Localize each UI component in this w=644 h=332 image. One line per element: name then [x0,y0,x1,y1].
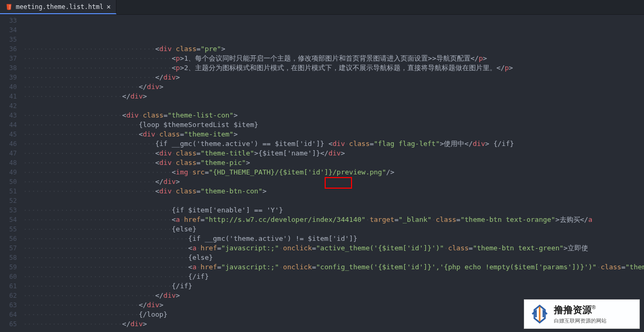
line-number: 40 [0,82,17,92]
line-number: 58 [0,253,17,262]
line-number: 63 [0,300,17,310]
code-line[interactable]: ································<div·cla… [23,149,644,158]
line-number: 49 [0,168,17,177]
line-number: 60 [0,272,17,281]
watermark-subtitle: 白嫖互联网资源的网站 [554,317,635,325]
line-number: 37 [0,54,17,63]
line-number: 59 [0,262,17,272]
code-line[interactable]: ····························<div·class="… [23,130,644,139]
line-number: 53 [0,206,17,215]
code-line[interactable]: ····································<p>1… [23,54,644,63]
line-number: 62 [0,291,17,300]
line-number: 57 [0,243,17,253]
code-line[interactable]: ····································{if … [23,206,644,215]
watermark-text: 撸撸资源® 白嫖互联网资源的网站 [554,304,635,325]
code-area[interactable]: ································<div·cla… [23,15,644,332]
tab-active[interactable]: meeting.theme.list.html ✕ [0,0,116,14]
code-line[interactable]: ································{if __gm… [23,139,644,149]
line-number: 44 [0,120,17,130]
close-icon[interactable]: ✕ [106,3,111,11]
line-number: 34 [0,25,17,35]
code-line[interactable]: ································</div> [23,73,644,82]
code-line[interactable] [23,196,644,206]
line-number: 52 [0,196,17,206]
line-number: 38 [0,63,17,73]
tab-bar: meeting.theme.list.html ✕ [0,0,644,15]
line-number: 64 [0,310,17,319]
highlight-annotation [325,177,352,189]
code-line[interactable]: ········································… [23,262,644,272]
line-number: 43 [0,111,17,120]
tab-filename: meeting.theme.list.html [16,3,103,11]
line-number: 41 [0,92,17,101]
line-number: 39 [0,73,17,82]
watermark-title: 撸撸资源 [554,305,592,315]
code-line[interactable]: ········································… [23,253,644,262]
code-line[interactable] [23,101,644,111]
code-line[interactable]: ········································… [23,234,644,243]
code-line[interactable]: ····································<p>2… [23,63,644,73]
code-line[interactable]: ····································{/if… [23,281,644,291]
line-number: 48 [0,158,17,168]
line-number: 61 [0,281,17,291]
code-line[interactable]: ························<div·class="them… [23,111,644,120]
watermark-registered: ® [592,305,596,310]
html5-icon [5,3,13,11]
line-number: 51 [0,187,17,196]
line-number: 35 [0,35,17,44]
line-number: 36 [0,44,17,54]
code-line[interactable]: ····································<a·h… [23,215,644,224]
code-line[interactable]: ································<div·cla… [23,158,644,168]
line-number: 47 [0,149,17,158]
line-number: 46 [0,139,17,149]
line-number: 65 [0,319,17,329]
watermark-badge: 撸撸资源® 白嫖互联网资源的网站 [524,299,640,329]
code-line[interactable]: ································<div·cla… [23,44,644,54]
code-line[interactable]: ····························{loop $theme… [23,120,644,130]
code-line[interactable]: ····································{els… [23,224,644,234]
code-line[interactable]: ························</div> [23,92,644,101]
watermark-logo-icon [529,303,551,325]
code-line[interactable]: ····························</div> [23,82,644,92]
line-number: 55 [0,224,17,234]
code-line[interactable]: ········································… [23,272,644,281]
line-number: 56 [0,234,17,243]
code-line[interactable]: ····································<img… [23,168,644,177]
code-line[interactable] [23,329,644,332]
line-number: 33 [0,16,17,25]
editor: 3334353637383940414243444546474849505152… [0,15,644,332]
line-number: 42 [0,101,17,111]
code-line[interactable]: ········································… [23,243,644,253]
line-number: 50 [0,177,17,187]
line-number: 54 [0,215,17,224]
line-number: 45 [0,130,17,139]
line-gutter: 3334353637383940414243444546474849505152… [0,15,23,332]
